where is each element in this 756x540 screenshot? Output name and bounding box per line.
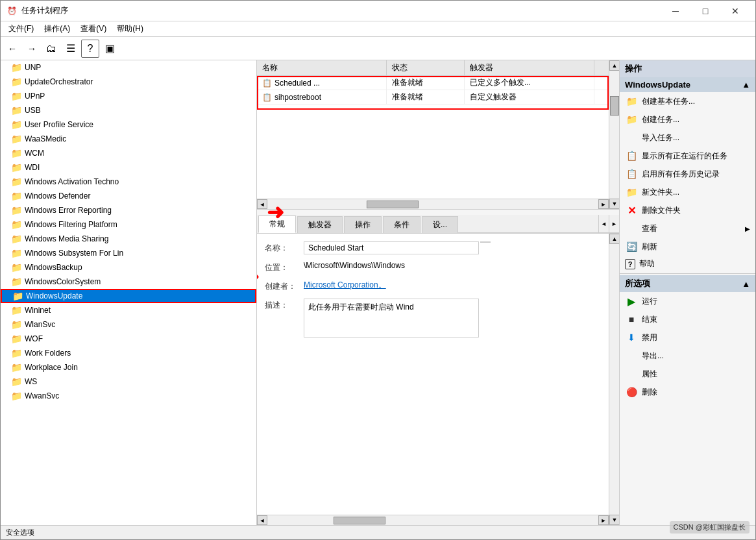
main-window: ⏰ 任务计划程序 ─ □ ✕ 文件(F) 操作(A) 查看(V) 帮助(H) ←…	[0, 0, 756, 540]
detail-hscroll-left[interactable]: ◄	[257, 515, 267, 525]
minimize-button[interactable]: ─	[661, 1, 690, 21]
folder-icon: 📁	[12, 291, 23, 301]
tree-item-wof[interactable]: 📁 WOF	[1, 332, 256, 346]
folder-icon-new: 📁	[625, 186, 638, 199]
folder-icon: 📁	[11, 248, 22, 258]
tree-item-wcm[interactable]: 📁 WCM	[1, 146, 256, 160]
action-export[interactable]: 导出...	[620, 347, 755, 365]
tree-item-ws[interactable]: 📁 WS	[1, 374, 256, 389]
scroll-thumb	[610, 96, 619, 116]
tree-item-updateorchestrator[interactable]: 📁 UpdateOrchestrator	[1, 75, 256, 89]
tree-item-waasmedic[interactable]: 📁 WaaSMedic	[1, 132, 256, 146]
scroll-right-button[interactable]: ►	[598, 199, 609, 209]
tab-actions[interactable]: 操作	[344, 216, 382, 233]
close-button[interactable]: ✕	[720, 1, 750, 21]
detail-author-value[interactable]: Microsoft Corporation。	[304, 280, 386, 291]
action-delete-folder[interactable]: ✕ 删除文件夹	[620, 201, 755, 219]
tab-scroll-right[interactable]: ►	[609, 215, 619, 233]
back-button[interactable]: ←	[3, 40, 21, 58]
folder-icon: 📁	[11, 148, 22, 158]
tree-item-windowsfilteringplatform[interactable]: 📁 Windows Filtering Platform	[1, 217, 256, 232]
action-label-delete-folder: 删除文件夹	[642, 205, 681, 216]
action-properties[interactable]: 属性	[620, 365, 755, 383]
tree-item-wdi[interactable]: 📁 WDI	[1, 160, 256, 175]
tree-item-windowsactivation[interactable]: 📁 Windows Activation Techno	[1, 175, 256, 189]
section-arrow-up: ▲	[742, 80, 750, 90]
action-label-end: 结束	[642, 314, 657, 325]
action-create-task[interactable]: 📁 创建任务...	[620, 110, 755, 129]
tab-settings[interactable]: 设...	[422, 216, 458, 233]
scroll-down-button[interactable]: ▼	[609, 199, 619, 209]
action-end[interactable]: ■ 结束	[620, 310, 755, 328]
tree-item-windowsmediasharing[interactable]: 📁 Windows Media Sharing	[1, 232, 256, 246]
detail-name-value: Scheduled Start	[308, 243, 363, 252]
tree-item-unp[interactable]: 📁 UNP	[1, 60, 256, 75]
forward-button[interactable]: →	[23, 40, 41, 58]
action-disable[interactable]: ⬇ 禁用	[620, 328, 755, 347]
action-new-folder[interactable]: 📁 新文件夹...	[620, 183, 755, 201]
h-scroll-track	[267, 199, 598, 209]
menu-action[interactable]: 操作(A)	[39, 22, 75, 36]
folder-icon: 📁	[11, 391, 22, 401]
tree-item-windowsbackup[interactable]: 📁 WindowsBackup	[1, 260, 256, 275]
action-view[interactable]: 查看 ▶	[620, 219, 755, 238]
tree-item-windowsdefender[interactable]: 📁 Windows Defender	[1, 189, 256, 203]
task-row-scheduled[interactable]: 📋 Scheduled ... 准备就绪 已定义多个触发...	[257, 76, 619, 90]
tree-item-windowsupdate[interactable]: 📁 WindowsUpdate	[1, 289, 256, 303]
name-field-scrollbar	[480, 241, 491, 243]
status-text: 安全选项	[6, 528, 34, 537]
folder-icon: 📁	[11, 191, 22, 201]
tree-item-wininet[interactable]: 📁 Wininet	[1, 303, 256, 317]
menu-file[interactable]: 文件(F)	[3, 22, 39, 36]
tree-item-userprofileservice[interactable]: 📁 User Profile Service	[1, 117, 256, 132]
menu-help[interactable]: 帮助(H)	[112, 22, 149, 36]
action-delete[interactable]: 🔴 删除	[620, 383, 755, 401]
action-import-task[interactable]: 导入任务...	[620, 129, 755, 147]
action-run[interactable]: ▶ 运行	[620, 292, 755, 310]
menu-bar: 文件(F) 操作(A) 查看(V) 帮助(H)	[1, 21, 755, 37]
detail-hscroll-right[interactable]: ►	[598, 515, 609, 525]
maximize-button[interactable]: □	[690, 1, 720, 21]
detail-area: ➜ 名称： Scheduled Start 位置： \Microsoft\Win…	[257, 234, 619, 525]
tree-item-wwansvc[interactable]: 📁 WwanSvc	[1, 389, 256, 403]
scroll-up-button[interactable]: ▲	[609, 60, 619, 71]
action-label-properties: 属性	[642, 369, 657, 380]
section-title-windowsupdate: WindowsUpdate	[625, 80, 690, 90]
action-show-running[interactable]: 📋 显示所有正在运行的任务	[620, 147, 755, 165]
task-row-sihpostreboot[interactable]: 📋 sihpostreboot 准备就绪 自定义触发器	[257, 90, 619, 104]
detail-name-input[interactable]: Scheduled Start	[304, 241, 479, 254]
scroll-left-button[interactable]: ◄	[257, 199, 267, 209]
tree-item-windowscolorsystem[interactable]: 📁 WindowsColorSystem	[1, 275, 256, 289]
action-create-basic-task[interactable]: 📁 创建基本任务...	[620, 92, 755, 110]
list-button[interactable]: ☰	[62, 40, 80, 58]
task-list-scrollbar-v: ▲ ▼	[609, 60, 619, 209]
view-icon	[625, 222, 638, 235]
folder-button[interactable]: 🗂	[42, 40, 60, 58]
toolbar: ← → 🗂 ☰ ? ▣	[1, 37, 755, 60]
action-enable-history[interactable]: 📋 启用所有任务历史记录	[620, 165, 755, 183]
list-icon-history: 📋	[625, 167, 638, 180]
menu-view[interactable]: 查看(V)	[75, 22, 112, 36]
tab-scroll-left[interactable]: ◄	[598, 215, 609, 233]
tree-item-wlansvc[interactable]: 📁 WlanSvc	[1, 317, 256, 332]
tree-item-windowserrorreporting[interactable]: 📁 Windows Error Reporting	[1, 203, 256, 217]
window-controls: ─ □ ✕	[661, 1, 750, 21]
action-refresh[interactable]: 🔄 刷新	[620, 238, 755, 256]
view-button[interactable]: ▣	[101, 40, 119, 58]
detail-row-name: 名称： Scheduled Start	[265, 241, 611, 254]
action-help[interactable]: ? 帮助	[620, 256, 755, 272]
detail-desc-input[interactable]: 此任务用于在需要时启动 Wind	[304, 299, 479, 338]
help-button[interactable]: ?	[81, 40, 99, 58]
tree-item-workfolders[interactable]: 📁 Work Folders	[1, 346, 256, 360]
detail-scroll-down[interactable]: ▼	[609, 515, 619, 525]
tab-conditions[interactable]: 条件	[383, 216, 421, 233]
tree-item-upnp[interactable]: 📁 UPnP	[1, 89, 256, 103]
tab-triggers[interactable]: 触发器	[297, 216, 343, 233]
action-label-create-task: 创建任务...	[642, 114, 679, 125]
tree-item-workplacejoin[interactable]: 📁 Workplace Join	[1, 360, 256, 374]
detail-scroll-up[interactable]: ▲	[609, 234, 619, 244]
right-panel: ▲ ▼ 名称 状态 触发器 📋	[257, 60, 619, 525]
tree-item-windowssubsystem[interactable]: 📁 Windows Subsystem For Lin	[1, 246, 256, 260]
task-status-scheduled: 准备就绪	[387, 76, 465, 90]
tree-item-usb[interactable]: 📁 USB	[1, 103, 256, 117]
